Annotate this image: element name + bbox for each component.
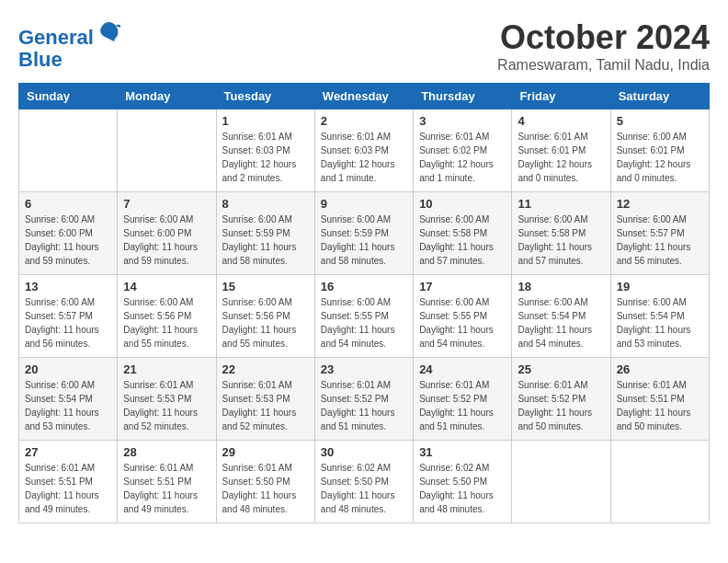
day-number: 12 [617,197,703,211]
day-info: Sunrise: 6:00 AMSunset: 5:59 PMDaylight:… [222,213,309,268]
day-info: Sunrise: 6:02 AMSunset: 5:50 PMDaylight:… [419,461,506,516]
page-header: General Blue October 2024 Rameswaram, Ta… [18,18,710,74]
calendar-cell: 11Sunrise: 6:00 AMSunset: 5:58 PMDayligh… [512,192,610,275]
calendar-cell: 3Sunrise: 6:01 AMSunset: 6:02 PMDaylight… [414,109,512,192]
day-info: Sunrise: 6:00 AMSunset: 6:00 PMDaylight:… [25,213,111,268]
calendar-cell: 15Sunrise: 6:00 AMSunset: 5:56 PMDayligh… [216,275,314,358]
day-number: 19 [617,280,703,293]
day-number: 17 [419,280,506,293]
week-row-5: 27Sunrise: 6:01 AMSunset: 5:51 PMDayligh… [19,441,710,523]
day-info: Sunrise: 6:01 AMSunset: 5:51 PMDaylight:… [617,378,703,433]
week-row-2: 6Sunrise: 6:00 AMSunset: 6:00 PMDaylight… [19,192,710,275]
calendar-cell [19,109,118,192]
calendar-cell: 31Sunrise: 6:02 AMSunset: 5:50 PMDayligh… [414,441,512,523]
day-number: 29 [222,445,309,459]
day-info: Sunrise: 6:01 AMSunset: 5:50 PMDaylight:… [222,461,309,516]
calendar-cell: 5Sunrise: 6:00 AMSunset: 6:01 PMDaylight… [610,109,709,192]
day-number: 3 [419,114,506,128]
day-number: 6 [25,197,111,211]
calendar-cell: 1Sunrise: 6:01 AMSunset: 6:03 PMDaylight… [216,109,314,192]
day-info: Sunrise: 6:02 AMSunset: 5:50 PMDaylight:… [321,461,407,516]
day-info: Sunrise: 6:00 AMSunset: 5:58 PMDaylight:… [419,213,506,268]
day-info: Sunrise: 6:01 AMSunset: 5:52 PMDaylight:… [321,378,407,433]
logo-bird-icon [96,18,121,44]
day-info: Sunrise: 6:00 AMSunset: 5:59 PMDaylight:… [321,213,407,268]
calendar-cell: 20Sunrise: 6:00 AMSunset: 5:54 PMDayligh… [19,358,118,441]
header-monday: Monday [118,84,216,109]
day-info: Sunrise: 6:00 AMSunset: 5:55 PMDaylight:… [419,295,506,350]
day-number: 30 [321,445,407,459]
header-saturday: Saturday [610,84,709,109]
day-info: Sunrise: 6:01 AMSunset: 6:02 PMDaylight:… [419,130,506,185]
day-number: 7 [123,197,210,211]
day-number: 31 [419,445,506,459]
calendar-cell [512,441,610,523]
day-number: 28 [123,445,210,459]
day-number: 8 [222,197,309,211]
day-info: Sunrise: 6:00 AMSunset: 5:58 PMDaylight:… [518,213,604,268]
day-info: Sunrise: 6:00 AMSunset: 6:00 PMDaylight:… [123,213,210,268]
day-info: Sunrise: 6:00 AMSunset: 5:54 PMDaylight:… [518,295,604,350]
day-number: 18 [518,280,604,293]
day-info: Sunrise: 6:01 AMSunset: 5:53 PMDaylight:… [222,378,309,433]
calendar-cell: 29Sunrise: 6:01 AMSunset: 5:50 PMDayligh… [216,441,314,523]
calendar-cell: 4Sunrise: 6:01 AMSunset: 6:01 PMDaylight… [512,109,610,192]
calendar-cell: 23Sunrise: 6:01 AMSunset: 5:52 PMDayligh… [314,358,413,441]
header-wednesday: Wednesday [314,84,413,109]
day-info: Sunrise: 6:00 AMSunset: 5:57 PMDaylight:… [25,295,111,350]
calendar-cell: 12Sunrise: 6:00 AMSunset: 5:57 PMDayligh… [610,192,709,275]
weekday-header-row: SundayMondayTuesdayWednesdayThursdayFrid… [19,84,710,109]
day-info: Sunrise: 6:00 AMSunset: 5:56 PMDaylight:… [222,295,309,350]
day-number: 27 [25,445,111,459]
day-info: Sunrise: 6:00 AMSunset: 5:55 PMDaylight:… [321,295,407,350]
header-friday: Friday [512,84,610,109]
day-number: 10 [419,197,506,211]
day-number: 16 [321,280,407,293]
calendar-cell [610,441,709,523]
logo-general: General [18,26,94,49]
day-info: Sunrise: 6:01 AMSunset: 5:51 PMDaylight:… [123,461,210,516]
calendar-cell: 28Sunrise: 6:01 AMSunset: 5:51 PMDayligh… [118,441,216,523]
day-number: 22 [222,362,309,376]
calendar-cell: 26Sunrise: 6:01 AMSunset: 5:51 PMDayligh… [610,358,709,441]
calendar-cell: 22Sunrise: 6:01 AMSunset: 5:53 PMDayligh… [216,358,314,441]
day-info: Sunrise: 6:01 AMSunset: 6:03 PMDaylight:… [321,130,407,185]
day-number: 14 [123,280,210,293]
day-number: 1 [222,114,309,128]
calendar-cell: 16Sunrise: 6:00 AMSunset: 5:55 PMDayligh… [314,275,413,358]
week-row-4: 20Sunrise: 6:00 AMSunset: 5:54 PMDayligh… [19,358,710,441]
calendar-table: SundayMondayTuesdayWednesdayThursdayFrid… [18,83,710,523]
calendar-cell: 6Sunrise: 6:00 AMSunset: 6:00 PMDaylight… [19,192,118,275]
calendar-cell: 27Sunrise: 6:01 AMSunset: 5:51 PMDayligh… [19,441,118,523]
calendar-cell: 10Sunrise: 6:00 AMSunset: 5:58 PMDayligh… [414,192,512,275]
calendar-cell: 9Sunrise: 6:00 AMSunset: 5:59 PMDaylight… [314,192,413,275]
calendar-cell: 2Sunrise: 6:01 AMSunset: 6:03 PMDaylight… [314,109,413,192]
day-number: 15 [222,280,309,293]
header-thursday: Thursday [414,84,512,109]
day-number: 26 [617,362,703,376]
day-number: 25 [518,362,604,376]
day-info: Sunrise: 6:00 AMSunset: 5:57 PMDaylight:… [617,213,703,268]
day-info: Sunrise: 6:00 AMSunset: 5:56 PMDaylight:… [123,295,210,350]
day-number: 2 [321,114,407,128]
day-info: Sunrise: 6:00 AMSunset: 5:54 PMDaylight:… [617,295,703,350]
day-info: Sunrise: 6:01 AMSunset: 5:51 PMDaylight:… [25,461,111,516]
calendar-cell: 24Sunrise: 6:01 AMSunset: 5:52 PMDayligh… [414,358,512,441]
title-section: October 2024 Rameswaram, Tamil Nadu, Ind… [497,18,710,74]
day-info: Sunrise: 6:00 AMSunset: 6:01 PMDaylight:… [617,130,703,185]
day-info: Sunrise: 6:01 AMSunset: 6:03 PMDaylight:… [222,130,309,185]
day-info: Sunrise: 6:01 AMSunset: 5:52 PMDaylight:… [518,378,604,433]
day-info: Sunrise: 6:01 AMSunset: 5:52 PMDaylight:… [419,378,506,433]
location: Rameswaram, Tamil Nadu, India [497,57,710,74]
week-row-1: 1Sunrise: 6:01 AMSunset: 6:03 PMDaylight… [19,109,710,192]
header-sunday: Sunday [19,84,118,109]
calendar-cell: 19Sunrise: 6:00 AMSunset: 5:54 PMDayligh… [610,275,709,358]
day-number: 24 [419,362,506,376]
logo: General Blue [18,18,121,71]
calendar-cell: 21Sunrise: 6:01 AMSunset: 5:53 PMDayligh… [118,358,216,441]
month-title: October 2024 [497,18,710,57]
header-tuesday: Tuesday [216,84,314,109]
calendar-cell [118,109,216,192]
day-number: 13 [25,280,111,293]
day-number: 5 [617,114,703,128]
